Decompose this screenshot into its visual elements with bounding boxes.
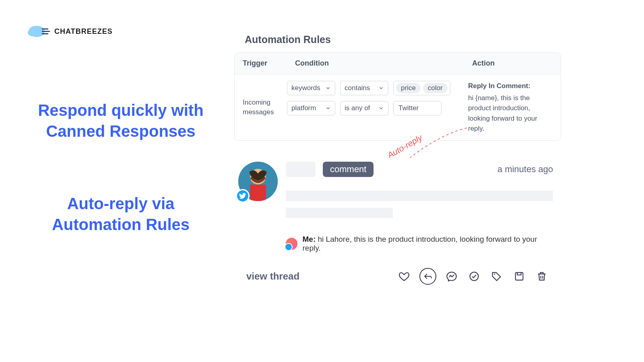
- logo-text: CHATBREEZES: [54, 27, 113, 36]
- comment-type-badge: comment: [323, 162, 374, 177]
- comment-time: a minutes ago: [497, 164, 553, 175]
- comment-line-placeholder: [286, 208, 393, 218]
- comment-line-placeholder: [286, 191, 553, 201]
- reply-icon[interactable]: [419, 268, 436, 285]
- action-heading: Reply In Comment:: [468, 81, 553, 91]
- keyword-pill[interactable]: color: [423, 83, 448, 93]
- action-cell: Reply In Comment: hi {name}, this is the…: [464, 81, 561, 134]
- svg-point-1: [28, 29, 36, 36]
- heart-icon[interactable]: [397, 269, 411, 284]
- condition-value-input[interactable]: Twitter: [393, 101, 442, 115]
- auto-reply-row: Me: hi Lahore, this is the product intro…: [286, 235, 553, 253]
- col-header-trigger: Trigger: [235, 53, 287, 74]
- auto-reply-text: Me: hi Lahore, this is the product intro…: [302, 235, 553, 253]
- check-circle-icon[interactable]: [467, 269, 481, 284]
- logo-cloud-icon: [27, 25, 51, 38]
- tag-icon[interactable]: [489, 269, 504, 284]
- save-icon[interactable]: [512, 269, 526, 284]
- svg-point-5: [470, 272, 479, 281]
- chevron-down-icon: [325, 85, 331, 91]
- twitter-icon: [236, 189, 250, 203]
- rules-header: Trigger Condition Action: [235, 53, 561, 74]
- svg-rect-7: [516, 273, 523, 280]
- condition-op-select[interactable]: is any of: [340, 101, 388, 115]
- condition-op-select[interactable]: contains: [340, 81, 388, 95]
- chevron-down-icon: [378, 85, 384, 91]
- headline-auto-reply: Auto-reply via Automation Rules: [24, 193, 217, 235]
- chevron-down-icon: [325, 105, 331, 111]
- trigger-cell: Incoming messages: [235, 81, 287, 134]
- app-logo: CHATBREEZES: [27, 25, 113, 38]
- svg-rect-4: [250, 185, 266, 201]
- keyword-pill[interactable]: price: [396, 83, 421, 93]
- svg-point-6: [494, 274, 495, 275]
- condition-field-select[interactable]: keywords: [287, 81, 335, 95]
- rules-body: Incoming messages keywords contains pric…: [235, 74, 561, 140]
- trash-icon[interactable]: [535, 269, 549, 284]
- headline-canned-responses: Respond quickly with Canned Responses: [24, 100, 217, 142]
- action-body: hi {name}, this is the product introduct…: [468, 93, 553, 134]
- chevron-down-icon: [378, 105, 384, 111]
- view-thread-link[interactable]: view thread: [246, 271, 299, 282]
- messenger-icon[interactable]: [444, 269, 459, 284]
- col-header-action: Action: [464, 53, 561, 74]
- condition-field-select[interactable]: platform: [287, 101, 335, 115]
- automation-rules-title: Automation Rules: [245, 34, 331, 45]
- condition-values-input[interactable]: price color: [393, 81, 450, 95]
- author-name-placeholder: [286, 162, 316, 177]
- self-avatar: [286, 238, 297, 250]
- col-header-condition: Condition: [287, 53, 464, 74]
- condition-cell: keywords contains price color platform: [287, 81, 464, 134]
- automation-rules-card: Trigger Condition Action Incoming messag…: [234, 52, 561, 141]
- comment-avatar: [238, 162, 278, 201]
- comment-actions: [397, 268, 549, 285]
- comment-card: comment a minutes ago Me: hi Lahore, thi…: [234, 158, 561, 292]
